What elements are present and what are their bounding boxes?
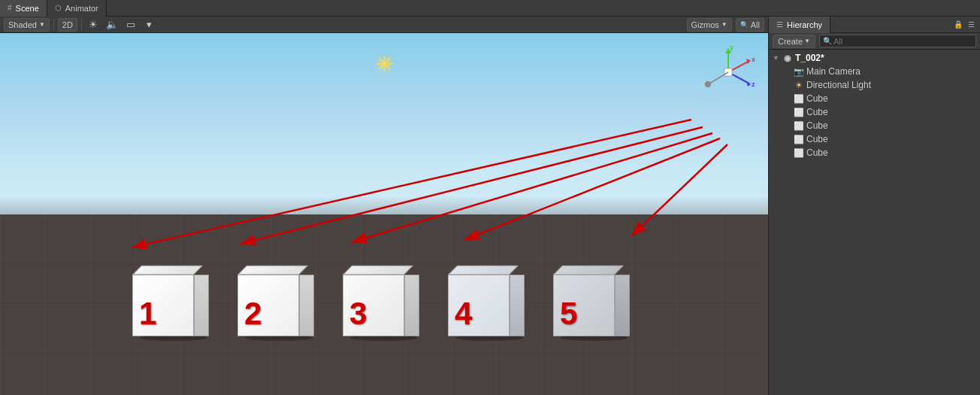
hierarchy-content[interactable]: ▼ ◉ T_002* 📷 Main Camera ☀ Directional L…	[769, 50, 980, 395]
main-area: Shaded ▼ 2D ☀ 🔈 ▭ ▾ Gizmos ▼ 🔍 All	[0, 17, 980, 395]
gizmos-label: Gizmos	[691, 20, 719, 29]
cube-1[interactable]: 1	[132, 261, 215, 336]
cube-3-front: 3	[343, 275, 404, 336]
toolbar-right: Gizmos ▼ 🔍 All	[687, 18, 764, 32]
cube-1-front: 1	[132, 275, 194, 336]
scene-canvas: ✳ y x z	[0, 33, 768, 395]
hierarchy-item-cube-3[interactable]: ⬜ Cube	[769, 119, 980, 132]
cube-5-number: 5	[560, 296, 577, 332]
create-btn-label: Create	[778, 37, 803, 46]
light-icon: ☀	[794, 80, 804, 90]
svg-text:x: x	[752, 56, 755, 63]
panel-controls: 🔒 ☰	[953, 20, 976, 30]
hierarchy-tab-bar: ☰ Hierarchy 🔒 ☰	[769, 17, 980, 33]
cube-5-right	[615, 275, 630, 336]
cube-4-front: 4	[448, 275, 510, 336]
cube-5[interactable]: 5	[553, 261, 636, 336]
cube-5-label: Cube	[806, 147, 976, 158]
hierarchy-search-input[interactable]	[819, 35, 976, 47]
scene-tab-icon: #	[8, 4, 12, 12]
svg-marker-5	[746, 59, 751, 64]
animator-tab-label: Animator	[65, 4, 98, 13]
filter-icon: 🔍	[740, 21, 749, 29]
panel-lock-btn[interactable]: 🔒	[953, 20, 963, 30]
hierarchy-item-cube-1[interactable]: ⬜ Cube	[769, 92, 980, 105]
shading-dropdown[interactable]: Shaded ▼	[4, 18, 50, 32]
cube-2[interactable]: 2	[237, 261, 320, 336]
cube3-icon: ⬜	[794, 120, 804, 131]
cube-1-label: Cube	[806, 93, 976, 104]
more-btn[interactable]: ▾	[142, 18, 157, 32]
cube-4-number: 4	[455, 296, 472, 332]
cube-3-wrapper: 3	[343, 261, 425, 341]
cube-1-right	[194, 275, 209, 336]
cubes-area: 1 2	[0, 261, 768, 341]
gizmos-arrow-icon: ▼	[721, 21, 727, 28]
search-icon: 🔍	[823, 37, 832, 45]
gizmos-dropdown[interactable]: Gizmos ▼	[687, 18, 732, 32]
cube-2-top	[237, 266, 308, 275]
mode-2d-btn[interactable]: 2D	[58, 18, 77, 32]
cube-5-wrapper: 5	[553, 261, 636, 341]
hierarchy-tab-label: Hierarchy	[787, 20, 822, 29]
scene-toolbar: Shaded ▼ 2D ☀ 🔈 ▭ ▾ Gizmos ▼ 🔍 All	[0, 17, 768, 33]
cube-2-right	[299, 275, 314, 336]
cube2-icon: ⬜	[794, 107, 804, 117]
tab-scene[interactable]: # Scene	[0, 0, 47, 17]
cube-4-wrapper: 4	[448, 261, 531, 341]
create-btn-arrow-icon: ▼	[804, 38, 810, 44]
hierarchy-tab[interactable]: ☰ Hierarchy	[769, 17, 830, 33]
cube-3-top	[343, 266, 413, 275]
svg-point-12	[705, 81, 711, 87]
cube1-icon: ⬜	[794, 93, 804, 104]
toolbar-divider-1	[53, 19, 54, 31]
cube-4-top	[448, 266, 519, 275]
cube-3-label: Cube	[806, 120, 976, 131]
main-camera-label: Main Camera	[806, 66, 976, 77]
hierarchy-item-directional-light[interactable]: ☀ Directional Light	[769, 78, 980, 92]
cube-1-top	[132, 266, 203, 275]
scene-viewport: Shaded ▼ 2D ☀ 🔈 ▭ ▾ Gizmos ▼ 🔍 All	[0, 17, 768, 395]
root-expand-icon: ▼	[773, 54, 780, 62]
audio-toggle-btn[interactable]: 🔈	[104, 18, 119, 32]
hierarchy-root-item[interactable]: ▼ ◉ T_002*	[769, 51, 980, 65]
svg-marker-8	[746, 81, 751, 87]
cube-2-label: Cube	[806, 107, 976, 117]
cube-3[interactable]: 3	[343, 261, 425, 336]
all-filter-btn[interactable]: 🔍 All	[736, 18, 764, 32]
panel-menu-btn[interactable]: ☰	[966, 20, 976, 30]
cube-4-label: Cube	[806, 134, 976, 144]
svg-line-11	[709, 72, 728, 84]
hierarchy-item-main-camera[interactable]: 📷 Main Camera	[769, 65, 980, 78]
scene-tab-label: Scene	[16, 4, 39, 13]
cube-4-right	[510, 275, 525, 336]
root-item-label: T_002*	[795, 53, 976, 63]
animator-tab-icon: ⬡	[55, 4, 62, 12]
hierarchy-item-cube-5[interactable]: ⬜ Cube	[769, 146, 980, 160]
cube5-icon: ⬜	[794, 147, 804, 158]
effects-toggle-btn[interactable]: ▭	[123, 18, 138, 32]
toolbar-divider-2	[81, 19, 82, 31]
hierarchy-toolbar: Create ▼ 🔍	[769, 33, 980, 50]
hierarchy-tab-icon: ☰	[776, 20, 783, 29]
lighting-toggle-btn[interactable]: ☀	[86, 18, 101, 32]
svg-text:y: y	[730, 44, 733, 51]
shading-arrow-icon: ▼	[39, 21, 45, 28]
directional-light-label: Directional Light	[806, 80, 976, 90]
cube-5-top	[553, 266, 624, 275]
hierarchy-item-cube-4[interactable]: ⬜ Cube	[769, 132, 980, 146]
hierarchy-item-cube-2[interactable]: ⬜ Cube	[769, 105, 980, 119]
cube-5-front: 5	[553, 275, 615, 336]
cube-3-number: 3	[349, 296, 367, 332]
scene-gizmo[interactable]: y x z	[700, 44, 757, 101]
tab-animator[interactable]: ⬡ Animator	[47, 0, 107, 17]
all-filter-label: All	[751, 20, 760, 29]
create-button[interactable]: Create ▼	[773, 35, 815, 48]
mode-2d-label: 2D	[62, 20, 73, 29]
cube-4[interactable]: 4	[448, 261, 531, 336]
camera-icon: 📷	[794, 66, 804, 77]
shading-label: Shaded	[8, 20, 37, 29]
scene-icon: ◉	[782, 53, 793, 63]
sun-icon: ✳	[376, 52, 393, 77]
editor-tab-bar: # Scene ⬡ Animator	[0, 0, 980, 17]
